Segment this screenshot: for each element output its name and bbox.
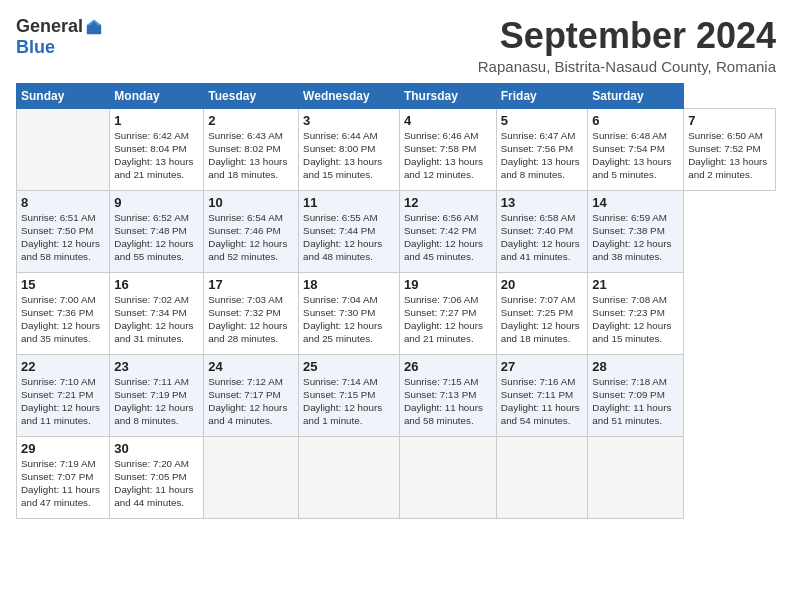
calendar-week-row: 8Sunrise: 6:51 AMSunset: 7:50 PMDaylight…	[17, 190, 776, 272]
calendar-cell-day-16: 16Sunrise: 7:02 AMSunset: 7:34 PMDayligh…	[110, 272, 204, 354]
day-info: Sunrise: 7:07 AMSunset: 7:25 PMDaylight:…	[501, 293, 584, 346]
day-info: Sunrise: 7:15 AMSunset: 7:13 PMDaylight:…	[404, 375, 492, 428]
day-info: Sunrise: 7:10 AMSunset: 7:21 PMDaylight:…	[21, 375, 105, 428]
title-section: September 2024 Rapanasu, Bistrita-Nasaud…	[478, 16, 776, 75]
calendar-weekday-sunday: Sunday	[17, 83, 110, 108]
calendar-cell-day-15: 15Sunrise: 7:00 AMSunset: 7:36 PMDayligh…	[17, 272, 110, 354]
day-number: 3	[303, 113, 395, 128]
calendar-cell-day-23: 23Sunrise: 7:11 AMSunset: 7:19 PMDayligh…	[110, 354, 204, 436]
svg-marker-0	[87, 19, 101, 33]
calendar-cell-day-27: 27Sunrise: 7:16 AMSunset: 7:11 PMDayligh…	[496, 354, 588, 436]
calendar-cell-day-20: 20Sunrise: 7:07 AMSunset: 7:25 PMDayligh…	[496, 272, 588, 354]
day-number: 24	[208, 359, 294, 374]
calendar-cell-day-6: 6Sunrise: 6:48 AMSunset: 7:54 PMDaylight…	[588, 108, 684, 190]
calendar-cell-day-14: 14Sunrise: 6:59 AMSunset: 7:38 PMDayligh…	[588, 190, 684, 272]
day-number: 26	[404, 359, 492, 374]
day-number: 30	[114, 441, 199, 456]
calendar-cell-day-24: 24Sunrise: 7:12 AMSunset: 7:17 PMDayligh…	[204, 354, 299, 436]
calendar-cell-day-5: 5Sunrise: 6:47 AMSunset: 7:56 PMDaylight…	[496, 108, 588, 190]
day-number: 12	[404, 195, 492, 210]
calendar-cell-day-21: 21Sunrise: 7:08 AMSunset: 7:23 PMDayligh…	[588, 272, 684, 354]
day-info: Sunrise: 6:51 AMSunset: 7:50 PMDaylight:…	[21, 211, 105, 264]
day-number: 5	[501, 113, 584, 128]
day-info: Sunrise: 6:46 AMSunset: 7:58 PMDaylight:…	[404, 129, 492, 182]
calendar-cell-empty	[399, 436, 496, 518]
day-info: Sunrise: 6:42 AMSunset: 8:04 PMDaylight:…	[114, 129, 199, 182]
calendar-cell-empty	[299, 436, 400, 518]
calendar-cell-day-2: 2Sunrise: 6:43 AMSunset: 8:02 PMDaylight…	[204, 108, 299, 190]
day-number: 17	[208, 277, 294, 292]
logo-blue-text: Blue	[16, 37, 55, 58]
calendar-cell-day-25: 25Sunrise: 7:14 AMSunset: 7:15 PMDayligh…	[299, 354, 400, 436]
day-number: 19	[404, 277, 492, 292]
calendar-cell-day-22: 22Sunrise: 7:10 AMSunset: 7:21 PMDayligh…	[17, 354, 110, 436]
day-number: 29	[21, 441, 105, 456]
day-number: 13	[501, 195, 584, 210]
day-number: 2	[208, 113, 294, 128]
calendar-cell-empty	[496, 436, 588, 518]
calendar-cell-day-26: 26Sunrise: 7:15 AMSunset: 7:13 PMDayligh…	[399, 354, 496, 436]
day-info: Sunrise: 7:06 AMSunset: 7:27 PMDaylight:…	[404, 293, 492, 346]
calendar-cell-day-12: 12Sunrise: 6:56 AMSunset: 7:42 PMDayligh…	[399, 190, 496, 272]
day-info: Sunrise: 6:50 AMSunset: 7:52 PMDaylight:…	[688, 129, 771, 182]
calendar-weekday-thursday: Thursday	[399, 83, 496, 108]
day-info: Sunrise: 6:54 AMSunset: 7:46 PMDaylight:…	[208, 211, 294, 264]
day-number: 22	[21, 359, 105, 374]
day-info: Sunrise: 7:12 AMSunset: 7:17 PMDaylight:…	[208, 375, 294, 428]
calendar-header-row: SundayMondayTuesdayWednesdayThursdayFrid…	[17, 83, 776, 108]
day-number: 15	[21, 277, 105, 292]
day-number: 14	[592, 195, 679, 210]
day-number: 1	[114, 113, 199, 128]
day-info: Sunrise: 6:55 AMSunset: 7:44 PMDaylight:…	[303, 211, 395, 264]
calendar-weekday-monday: Monday	[110, 83, 204, 108]
day-number: 11	[303, 195, 395, 210]
calendar-cell-empty	[204, 436, 299, 518]
day-info: Sunrise: 7:11 AMSunset: 7:19 PMDaylight:…	[114, 375, 199, 428]
day-info: Sunrise: 7:08 AMSunset: 7:23 PMDaylight:…	[592, 293, 679, 346]
calendar-cell-day-4: 4Sunrise: 6:46 AMSunset: 7:58 PMDaylight…	[399, 108, 496, 190]
day-info: Sunrise: 6:48 AMSunset: 7:54 PMDaylight:…	[592, 129, 679, 182]
day-number: 8	[21, 195, 105, 210]
calendar-cell-day-18: 18Sunrise: 7:04 AMSunset: 7:30 PMDayligh…	[299, 272, 400, 354]
calendar-week-row: 29Sunrise: 7:19 AMSunset: 7:07 PMDayligh…	[17, 436, 776, 518]
calendar-cell-day-7: 7Sunrise: 6:50 AMSunset: 7:52 PMDaylight…	[684, 108, 776, 190]
day-info: Sunrise: 6:59 AMSunset: 7:38 PMDaylight:…	[592, 211, 679, 264]
day-number: 4	[404, 113, 492, 128]
calendar-cell-day-10: 10Sunrise: 6:54 AMSunset: 7:46 PMDayligh…	[204, 190, 299, 272]
calendar-weekday-friday: Friday	[496, 83, 588, 108]
day-info: Sunrise: 7:19 AMSunset: 7:07 PMDaylight:…	[21, 457, 105, 510]
day-info: Sunrise: 6:56 AMSunset: 7:42 PMDaylight:…	[404, 211, 492, 264]
header: General Blue September 2024 Rapanasu, Bi…	[16, 16, 776, 75]
calendar-cell-day-3: 3Sunrise: 6:44 AMSunset: 8:00 PMDaylight…	[299, 108, 400, 190]
day-info: Sunrise: 7:14 AMSunset: 7:15 PMDaylight:…	[303, 375, 395, 428]
day-number: 27	[501, 359, 584, 374]
calendar-weekday-wednesday: Wednesday	[299, 83, 400, 108]
day-number: 6	[592, 113, 679, 128]
calendar-cell-day-17: 17Sunrise: 7:03 AMSunset: 7:32 PMDayligh…	[204, 272, 299, 354]
calendar-weekday-tuesday: Tuesday	[204, 83, 299, 108]
calendar-week-row: 22Sunrise: 7:10 AMSunset: 7:21 PMDayligh…	[17, 354, 776, 436]
day-number: 10	[208, 195, 294, 210]
day-info: Sunrise: 7:18 AMSunset: 7:09 PMDaylight:…	[592, 375, 679, 428]
location: Rapanasu, Bistrita-Nasaud County, Romani…	[478, 58, 776, 75]
month-title: September 2024	[478, 16, 776, 56]
day-number: 20	[501, 277, 584, 292]
calendar-table: SundayMondayTuesdayWednesdayThursdayFrid…	[16, 83, 776, 519]
day-info: Sunrise: 6:44 AMSunset: 8:00 PMDaylight:…	[303, 129, 395, 182]
page: General Blue September 2024 Rapanasu, Bi…	[0, 0, 792, 612]
day-info: Sunrise: 7:03 AMSunset: 7:32 PMDaylight:…	[208, 293, 294, 346]
day-number: 16	[114, 277, 199, 292]
calendar-cell-day-13: 13Sunrise: 6:58 AMSunset: 7:40 PMDayligh…	[496, 190, 588, 272]
day-number: 28	[592, 359, 679, 374]
calendar-cell-day-29: 29Sunrise: 7:19 AMSunset: 7:07 PMDayligh…	[17, 436, 110, 518]
calendar-cell-empty	[588, 436, 684, 518]
logo-icon	[85, 18, 103, 36]
day-info: Sunrise: 7:02 AMSunset: 7:34 PMDaylight:…	[114, 293, 199, 346]
day-number: 25	[303, 359, 395, 374]
calendar-cell-day-8: 8Sunrise: 6:51 AMSunset: 7:50 PMDaylight…	[17, 190, 110, 272]
calendar-cell-day-19: 19Sunrise: 7:06 AMSunset: 7:27 PMDayligh…	[399, 272, 496, 354]
day-info: Sunrise: 7:04 AMSunset: 7:30 PMDaylight:…	[303, 293, 395, 346]
day-number: 18	[303, 277, 395, 292]
day-info: Sunrise: 7:00 AMSunset: 7:36 PMDaylight:…	[21, 293, 105, 346]
day-info: Sunrise: 6:52 AMSunset: 7:48 PMDaylight:…	[114, 211, 199, 264]
